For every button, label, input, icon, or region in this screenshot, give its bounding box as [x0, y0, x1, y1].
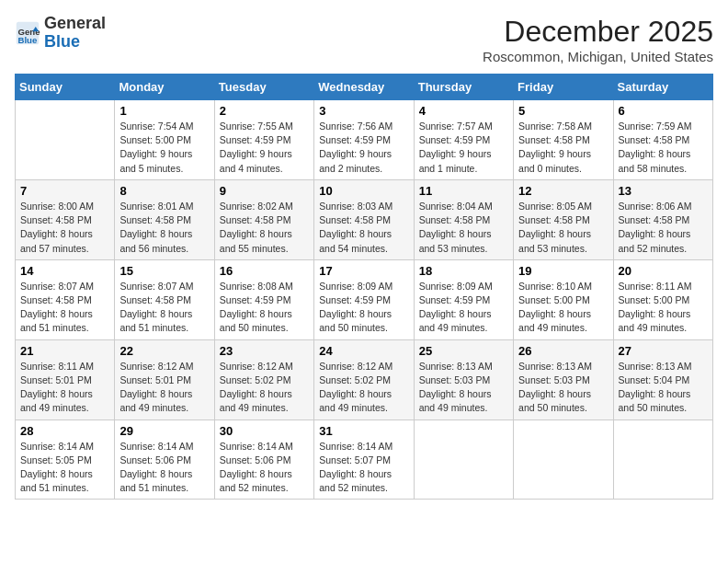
weekday-header-friday: Friday [514, 75, 613, 100]
day-number: 19 [518, 264, 608, 278]
day-info: Sunrise: 8:05 AM Sunset: 4:58 PM Dayligh… [518, 200, 608, 256]
day-info: Sunrise: 8:11 AM Sunset: 5:01 PM Dayligh… [20, 360, 109, 416]
day-info: Sunrise: 8:13 AM Sunset: 5:03 PM Dayligh… [518, 360, 608, 416]
calendar-cell: 2Sunrise: 7:55 AM Sunset: 4:59 PM Daylig… [214, 100, 313, 180]
day-number: 2 [220, 104, 309, 118]
calendar-cell [613, 419, 712, 500]
day-info: Sunrise: 8:14 AM Sunset: 5:05 PM Dayligh… [20, 440, 109, 496]
calendar-cell [414, 419, 513, 500]
calendar-week-row: 14Sunrise: 8:07 AM Sunset: 4:58 PM Dayli… [16, 259, 713, 339]
day-info: Sunrise: 7:55 AM Sunset: 4:59 PM Dayligh… [220, 120, 309, 176]
day-info: Sunrise: 8:09 AM Sunset: 4:59 PM Dayligh… [319, 280, 408, 336]
day-number: 16 [220, 264, 309, 278]
calendar-cell: 18Sunrise: 8:09 AM Sunset: 4:59 PM Dayli… [414, 259, 513, 339]
day-info: Sunrise: 8:13 AM Sunset: 5:04 PM Dayligh… [619, 360, 708, 416]
calendar-week-row: 28Sunrise: 8:14 AM Sunset: 5:05 PM Dayli… [16, 419, 713, 500]
day-info: Sunrise: 8:12 AM Sunset: 5:02 PM Dayligh… [319, 360, 408, 416]
day-info: Sunrise: 8:00 AM Sunset: 4:58 PM Dayligh… [20, 200, 109, 256]
weekday-header-monday: Monday [115, 75, 214, 100]
calendar-week-row: 1Sunrise: 7:54 AM Sunset: 5:00 PM Daylig… [16, 100, 713, 180]
calendar-cell: 29Sunrise: 8:14 AM Sunset: 5:06 PM Dayli… [115, 419, 214, 500]
weekday-header-tuesday: Tuesday [214, 75, 313, 100]
weekday-header-row: SundayMondayTuesdayWednesdayThursdayFrid… [16, 75, 713, 100]
day-info: Sunrise: 8:04 AM Sunset: 4:58 PM Dayligh… [419, 200, 508, 256]
calendar-cell: 20Sunrise: 8:11 AM Sunset: 5:00 PM Dayli… [613, 259, 712, 339]
day-info: Sunrise: 8:11 AM Sunset: 5:00 PM Dayligh… [619, 280, 708, 336]
day-number: 21 [20, 344, 109, 358]
logo-text: GeneralBlue [44, 15, 106, 52]
calendar-cell: 4Sunrise: 7:57 AM Sunset: 4:59 PM Daylig… [414, 100, 513, 180]
calendar-table: SundayMondayTuesdayWednesdayThursdayFrid… [15, 74, 713, 500]
day-number: 20 [619, 264, 708, 278]
calendar-cell: 16Sunrise: 8:08 AM Sunset: 4:59 PM Dayli… [214, 259, 313, 339]
calendar-cell [16, 100, 115, 180]
day-number: 1 [119, 104, 209, 118]
calendar-cell: 5Sunrise: 7:58 AM Sunset: 4:58 PM Daylig… [514, 100, 613, 180]
day-number: 3 [319, 104, 408, 118]
calendar-cell [514, 419, 613, 500]
calendar-week-row: 21Sunrise: 8:11 AM Sunset: 5:01 PM Dayli… [16, 339, 713, 419]
calendar-cell: 25Sunrise: 8:13 AM Sunset: 5:03 PM Dayli… [414, 339, 513, 419]
day-info: Sunrise: 8:01 AM Sunset: 4:58 PM Dayligh… [119, 200, 209, 256]
day-number: 23 [220, 344, 309, 358]
calendar-cell: 23Sunrise: 8:12 AM Sunset: 5:02 PM Dayli… [214, 339, 313, 419]
day-number: 7 [20, 184, 109, 198]
day-info: Sunrise: 8:07 AM Sunset: 4:58 PM Dayligh… [119, 280, 209, 336]
day-info: Sunrise: 8:10 AM Sunset: 5:00 PM Dayligh… [518, 280, 608, 336]
calendar-cell: 31Sunrise: 8:14 AM Sunset: 5:07 PM Dayli… [314, 419, 414, 500]
logo: General Blue GeneralBlue [15, 15, 106, 52]
day-info: Sunrise: 8:12 AM Sunset: 5:02 PM Dayligh… [220, 360, 309, 416]
calendar-cell: 24Sunrise: 8:12 AM Sunset: 5:02 PM Dayli… [314, 339, 414, 419]
day-info: Sunrise: 8:09 AM Sunset: 4:59 PM Dayligh… [419, 280, 508, 336]
day-number: 18 [419, 264, 508, 278]
day-info: Sunrise: 8:14 AM Sunset: 5:07 PM Dayligh… [319, 440, 408, 496]
day-info: Sunrise: 8:07 AM Sunset: 4:58 PM Dayligh… [20, 280, 109, 336]
day-info: Sunrise: 7:59 AM Sunset: 4:58 PM Dayligh… [619, 120, 708, 176]
calendar-cell: 28Sunrise: 8:14 AM Sunset: 5:05 PM Dayli… [16, 419, 115, 500]
day-number: 10 [319, 184, 408, 198]
day-number: 17 [319, 264, 408, 278]
calendar-cell: 7Sunrise: 8:00 AM Sunset: 4:58 PM Daylig… [16, 179, 115, 259]
calendar-cell: 30Sunrise: 8:14 AM Sunset: 5:06 PM Dayli… [214, 419, 313, 500]
day-number: 4 [419, 104, 508, 118]
svg-text:Blue: Blue [18, 34, 38, 44]
weekday-header-sunday: Sunday [16, 75, 115, 100]
calendar-cell: 22Sunrise: 8:12 AM Sunset: 5:01 PM Dayli… [115, 339, 214, 419]
calendar-cell: 10Sunrise: 8:03 AM Sunset: 4:58 PM Dayli… [314, 179, 414, 259]
calendar-cell: 6Sunrise: 7:59 AM Sunset: 4:58 PM Daylig… [613, 100, 712, 180]
day-number: 28 [20, 424, 109, 438]
day-info: Sunrise: 7:58 AM Sunset: 4:58 PM Dayligh… [518, 120, 608, 176]
day-number: 13 [619, 184, 708, 198]
day-info: Sunrise: 8:14 AM Sunset: 5:06 PM Dayligh… [220, 440, 309, 496]
calendar-title: December 2025 [483, 15, 713, 49]
calendar-cell: 13Sunrise: 8:06 AM Sunset: 4:58 PM Dayli… [613, 179, 712, 259]
day-info: Sunrise: 7:54 AM Sunset: 5:00 PM Dayligh… [119, 120, 209, 176]
day-number: 6 [619, 104, 708, 118]
calendar-cell: 12Sunrise: 8:05 AM Sunset: 4:58 PM Dayli… [514, 179, 613, 259]
logo-icon: General Blue [15, 20, 40, 46]
weekday-header-wednesday: Wednesday [314, 75, 414, 100]
calendar-cell: 26Sunrise: 8:13 AM Sunset: 5:03 PM Dayli… [514, 339, 613, 419]
day-info: Sunrise: 8:03 AM Sunset: 4:58 PM Dayligh… [319, 200, 408, 256]
weekday-header-saturday: Saturday [613, 75, 712, 100]
day-number: 27 [619, 344, 708, 358]
calendar-cell: 21Sunrise: 8:11 AM Sunset: 5:01 PM Dayli… [16, 339, 115, 419]
day-number: 31 [319, 424, 408, 438]
calendar-cell: 8Sunrise: 8:01 AM Sunset: 4:58 PM Daylig… [115, 179, 214, 259]
day-number: 22 [119, 344, 209, 358]
day-number: 30 [220, 424, 309, 438]
calendar-cell: 1Sunrise: 7:54 AM Sunset: 5:00 PM Daylig… [115, 100, 214, 180]
day-number: 5 [518, 104, 608, 118]
day-number: 24 [319, 344, 408, 358]
day-info: Sunrise: 7:57 AM Sunset: 4:59 PM Dayligh… [419, 120, 508, 176]
day-number: 15 [119, 264, 209, 278]
day-info: Sunrise: 8:08 AM Sunset: 4:59 PM Dayligh… [220, 280, 309, 336]
calendar-cell: 9Sunrise: 8:02 AM Sunset: 4:58 PM Daylig… [214, 179, 313, 259]
title-block: December 2025 Roscommon, Michigan, Unite… [483, 15, 713, 64]
day-number: 25 [419, 344, 508, 358]
day-info: Sunrise: 8:02 AM Sunset: 4:58 PM Dayligh… [220, 200, 309, 256]
day-info: Sunrise: 8:13 AM Sunset: 5:03 PM Dayligh… [419, 360, 508, 416]
day-info: Sunrise: 8:12 AM Sunset: 5:01 PM Dayligh… [119, 360, 209, 416]
day-number: 12 [518, 184, 608, 198]
day-info: Sunrise: 8:06 AM Sunset: 4:58 PM Dayligh… [619, 200, 708, 256]
